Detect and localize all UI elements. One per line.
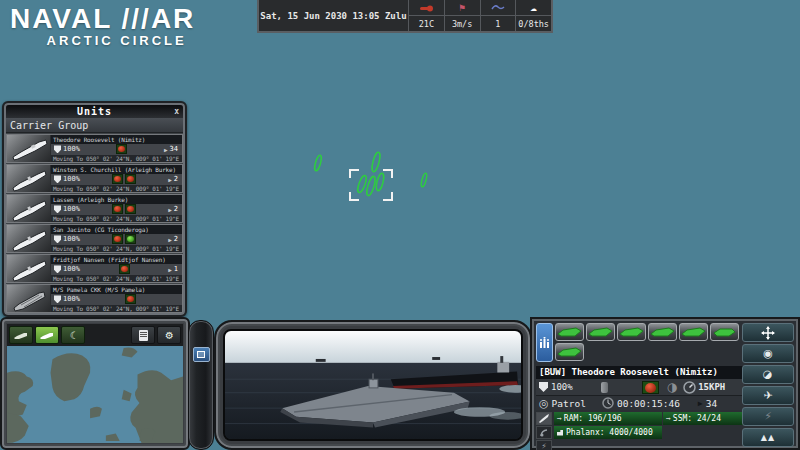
unit-name: Lassen (Arleigh Burke) xyxy=(51,195,182,204)
thermometer-icon xyxy=(409,0,444,16)
sensor-status-dots xyxy=(80,174,168,184)
subsurface-layer-button[interactable] xyxy=(9,326,33,344)
window-icon xyxy=(197,351,205,358)
sensor-status-dots xyxy=(80,264,168,274)
patrol-mode-icon[interactable]: ◎ xyxy=(539,397,549,410)
weapons-section: ⚡ → RAM: 196/196 → SSM: 24/24 P xyxy=(536,412,744,450)
units-panel: Units x Carrier Group Theodore Roosevelt… xyxy=(2,101,187,317)
distant-ship xyxy=(316,359,326,362)
group-unit-button[interactable] xyxy=(710,323,739,341)
unit-destination: Moving To 050° 02' 24"N, 009° 01' 19"E xyxy=(51,155,182,162)
mission-timer: 00:00:15:46 xyxy=(617,398,680,409)
sea-state-cell: 1 xyxy=(480,0,516,31)
shield-icon xyxy=(54,295,61,303)
air-defense-button[interactable]: ▲▲ xyxy=(742,428,794,447)
shield-icon xyxy=(54,235,61,243)
close-icon[interactable]: x xyxy=(174,105,180,118)
unit-list-item[interactable]: M/S Pamela CKK (M/S Pamela) 100% Moving … xyxy=(6,284,183,313)
3d-viewport[interactable] xyxy=(223,329,523,441)
selected-unit-health: 100% xyxy=(551,382,573,392)
double-triangle-icon: ▲▲ xyxy=(761,433,775,442)
air-ops-button[interactable]: ✈ xyxy=(742,386,794,405)
speed-value: 15KPH xyxy=(698,382,725,392)
tab-sensors[interactable] xyxy=(536,426,552,439)
weapon-row-ram[interactable]: → RAM: 196/196 xyxy=(554,412,662,425)
selected-unit-title: [BUW] Theodore Roosevelt (Nimitz) xyxy=(536,366,744,379)
weapon-count: 1 xyxy=(174,265,178,273)
night-mode-button[interactable]: ☾ xyxy=(61,326,85,344)
shield-icon xyxy=(54,205,61,213)
half-circle-icon: ◑ xyxy=(760,367,776,383)
tab-missiles[interactable] xyxy=(536,412,552,425)
warship-icon xyxy=(7,165,51,192)
missile-icon: → xyxy=(666,414,671,423)
map-contact-symbols[interactable] xyxy=(300,140,450,215)
unit-name: San Jacinto (CG Ticonderoga) xyxy=(51,225,182,234)
unit-group-selector[interactable]: Carrier Group xyxy=(6,118,183,133)
top-status-bar: Sat, 15 Jun 2030 13:05 Zulu 21C ⚑ 3m/s 1… xyxy=(257,0,553,33)
unit-list-item[interactable]: Winston S. Churchill (Arleigh Burke) 100… xyxy=(6,164,183,193)
shield-icon xyxy=(54,175,61,183)
cloud-cover-cell: ☁ 0/8ths xyxy=(515,0,551,31)
speed-display: 15KPH xyxy=(683,381,725,394)
unit-health: 100% xyxy=(63,175,80,183)
heading-arrow-icon: ▶ xyxy=(698,399,703,408)
unit-health: 100% xyxy=(63,295,80,303)
heading-arrow-icon: ▶ xyxy=(168,236,172,243)
sensor-coverage-button[interactable]: ◑ xyxy=(742,365,794,384)
weapon-count: 2 xyxy=(174,235,178,243)
sea-state-value: 1 xyxy=(481,16,516,31)
viewport-popout-button[interactable] xyxy=(193,347,210,362)
heading-arrow-icon: ▶ xyxy=(168,266,172,273)
unit-name: Theodore Roosevelt (Nimitz) xyxy=(51,135,182,144)
selection-bracket xyxy=(350,170,392,200)
unit-destination: Moving To 050° 02' 24"N, 009° 01' 19"E xyxy=(51,305,182,312)
mission-mode[interactable]: Patrol xyxy=(552,398,586,409)
units-panel-header[interactable]: Units x xyxy=(6,105,183,118)
unit-destination: Moving To 050° 02' 24"N, 009° 01' 19"E xyxy=(51,215,182,222)
unit-list-item[interactable]: Theodore Roosevelt (Nimitz) 100% ▶ 34 Mo… xyxy=(6,134,183,163)
attack-button[interactable]: ⚡ xyxy=(742,407,794,426)
weapon-count: 2 xyxy=(174,205,178,213)
carrier-ship-icon xyxy=(7,135,51,162)
group-unit-button[interactable] xyxy=(586,323,615,341)
unit-name: M/S Pamela CKK (M/S Pamela) xyxy=(51,285,182,294)
bolt-icon: ⚡ xyxy=(764,410,772,423)
surface-layer-button[interactable] xyxy=(35,326,59,344)
unit-list-item[interactable]: San Jacinto (CG Ticonderoga) 100% ▶ 2 Mo… xyxy=(6,224,183,253)
aircraft-count: 34 xyxy=(706,398,717,409)
group-unit-button[interactable] xyxy=(617,323,646,341)
unit-list-item[interactable]: Fridtjof Nansen (Fridtjof Nansen) 100% ▶… xyxy=(6,254,183,283)
weapon-row-ssm[interactable]: → SSM: 24/24 xyxy=(663,412,743,425)
log-button[interactable] xyxy=(131,326,155,344)
fuel-icon xyxy=(601,382,608,393)
move-order-button[interactable] xyxy=(742,323,794,342)
tab-damage[interactable]: ⚡ xyxy=(536,440,552,450)
settings-button[interactable]: ⚙ xyxy=(157,326,181,344)
unit-destination: Moving To 050° 02' 24"N, 009° 01' 19"E xyxy=(51,185,182,192)
panel-divider-pillar xyxy=(188,320,214,450)
weapon-row-phalanx[interactable]: Phalanx: 4000/4000 xyxy=(554,426,662,439)
group-unit-button[interactable] xyxy=(648,323,677,341)
sensor-status-dots xyxy=(80,204,168,214)
target-order-button[interactable]: ◉ xyxy=(742,344,794,363)
minimap-panel: ☾ ⚙ xyxy=(0,317,190,450)
active-sensor-icon[interactable] xyxy=(642,381,659,394)
formation-button[interactable] xyxy=(536,323,553,362)
unit-list-item[interactable]: Lassen (Arleigh Burke) 100% ▶ 2 Moving T… xyxy=(6,194,183,223)
unit-destination: Moving To 050° 02' 24"N, 009° 01' 19"E xyxy=(51,275,182,282)
group-unit-button[interactable] xyxy=(555,343,584,361)
group-unit-button[interactable] xyxy=(679,323,708,341)
heading-arrow-icon: ▶ xyxy=(164,146,168,153)
group-unit-button[interactable] xyxy=(555,323,584,341)
wind-value: 3m/s xyxy=(445,16,480,31)
selected-unit-status-row: 100% ◑ 15KPH xyxy=(536,379,744,395)
minimap-world-map[interactable] xyxy=(7,346,183,443)
heading-arrow-icon: ▶ xyxy=(168,176,172,183)
document-icon xyxy=(139,330,148,341)
unit-health: 100% xyxy=(63,235,80,243)
selected-unit-panel: [BUW] Theodore Roosevelt (Nimitz) 100% ◑… xyxy=(530,317,800,450)
aircraft-count: 34 xyxy=(170,145,178,153)
warship-icon xyxy=(7,255,51,282)
passive-sensor-icon[interactable]: ◑ xyxy=(667,380,677,394)
